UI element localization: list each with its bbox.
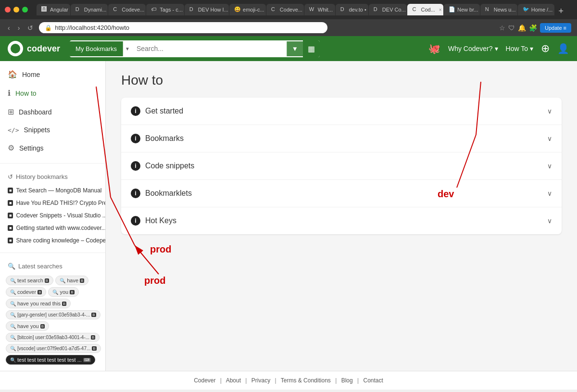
maximize-traffic-light[interactable] (22, 7, 28, 13)
tab-label: Codeve... (122, 7, 144, 13)
tab-label: Codeve... (280, 7, 302, 13)
sidebar-item-label: How to (15, 89, 37, 97)
dropdown-arrow-icon[interactable]: ▼ (123, 46, 132, 51)
accordion-header-hot-keys[interactable]: i Hot Keys ∨ (121, 207, 562, 234)
shield-icon[interactable]: 🛡 (508, 24, 515, 32)
footer-link-privacy[interactable]: Privacy (251, 377, 270, 384)
dashboard-icon: ⊞ (8, 107, 14, 116)
tab-label: Angular (50, 7, 68, 13)
bookmark-icon[interactable]: ☆ (499, 24, 505, 32)
browser-tab[interactable]: C Codeve... (108, 4, 146, 15)
browser-tab[interactable]: D Dynami... (71, 4, 108, 15)
tab-favicon: C (271, 6, 278, 13)
accordion-header-bookmarklets[interactable]: i Bookmarklets ∨ (121, 180, 562, 207)
how-to-chevron: ▾ (530, 45, 533, 52)
browser-tab[interactable]: 📄 New br... (444, 4, 480, 15)
latest-tag[interactable]: 🔍 have B (55, 276, 88, 285)
history-item[interactable]: ■ Have You READ THIS!? Crypto Predi... (0, 197, 105, 209)
footer-link-contact[interactable]: Contact (363, 377, 383, 384)
sidebar-divider (0, 163, 105, 164)
bookmark-tag-icon: ■ (8, 238, 13, 243)
tag-bold-icon: B (38, 290, 42, 294)
latest-tag[interactable]: 🔍 have you B (6, 321, 49, 331)
latest-tag[interactable]: 🔍 have you read this B (6, 299, 71, 308)
sidebar-item-settings[interactable]: ⚙ Settings (0, 139, 105, 157)
browser-tab[interactable]: N News u... (480, 4, 517, 15)
latest-title-text: Latest searches (18, 263, 63, 270)
browser-tab[interactable]: D DEV Co... (369, 4, 407, 15)
browser-tab[interactable]: D dev.to • (336, 4, 368, 15)
prod-label: prod (150, 244, 171, 254)
latest-tag[interactable]: 🔍 codever B (6, 287, 46, 297)
accordion-header-get-started[interactable]: i Get started ∨ (121, 98, 562, 125)
footer-separator: | (245, 377, 247, 384)
user-menu-button[interactable]: 👤 (557, 43, 569, 54)
accordion-header-bookmarks[interactable]: i Bookmarks ∨ (121, 125, 562, 152)
accordion-header-code-snippets[interactable]: i Code snippets ∨ (121, 152, 562, 179)
tab-close-button[interactable]: × (439, 7, 442, 13)
github-icon[interactable]: 🐙 (428, 43, 440, 54)
latest-searches-title: 🔍 Latest searches (0, 259, 105, 274)
info-icon: ℹ (8, 89, 11, 98)
tag-search-icon: 🔍 (10, 346, 16, 351)
tag-search-icon: 🔍 (10, 335, 16, 340)
latest-tag[interactable]: 🔍 text search B (6, 276, 53, 285)
latest-tag[interactable]: 🔍 [gary-gensler] user:03e59ab3-4-... B (6, 310, 100, 319)
accordion-item-bookmarklets: i Bookmarklets ∨ (121, 180, 562, 207)
extension-icon[interactable]: 🧩 (529, 24, 537, 32)
history-item[interactable]: ■ Share coding knowledge – Codepedi... (0, 234, 105, 247)
browser-tab[interactable]: 🐦 Home /... (518, 4, 554, 15)
browser-tab[interactable]: C Codeve... (266, 4, 304, 15)
page-title: How to (121, 73, 562, 88)
accordion-label: Bookmarks (145, 134, 184, 143)
sidebar-item-howto[interactable]: ℹ How to (0, 84, 105, 102)
how-to-link[interactable]: How To ▾ (506, 45, 533, 52)
latest-tag[interactable]: 🔍 you B (48, 287, 78, 297)
sidebar-nav: 🏠 Home ℹ How to ⊞ Dashboard </> Snippets… (0, 61, 105, 161)
tag-text: [vscode] user:07f9ed01-a7d5-47... (17, 346, 90, 351)
close-traffic-light[interactable] (5, 7, 11, 13)
latest-tag[interactable]: 🔍 [bitcoin] user:03e59ab3-4001-4-... B (6, 333, 100, 342)
footer-link-terms[interactable]: Terms & Conditions (281, 377, 331, 384)
browser-tab[interactable]: D DEV How I... (185, 4, 229, 15)
back-button[interactable]: ‹ (6, 23, 12, 33)
bell-icon[interactable]: 🔔 (518, 24, 526, 32)
minimize-traffic-light[interactable] (13, 7, 19, 13)
history-item[interactable]: ■ Getting started with www.codever.... (0, 222, 105, 234)
tab-label: emoji-c... (243, 7, 264, 13)
search-filter-button[interactable]: ▦ (303, 40, 320, 57)
latest-tags-container: 🔍 text search B 🔍 have B 🔍 codever B (0, 274, 105, 367)
logo-text[interactable]: codever (27, 44, 60, 54)
accordion-title: i Bookmarklets (131, 189, 192, 198)
footer-link-blog[interactable]: Blog (341, 377, 353, 384)
browser-tab[interactable]: 🏷 Tags - c... (146, 4, 184, 15)
tab-favicon: 🅰 (41, 6, 48, 13)
new-tab-button[interactable]: + (555, 7, 568, 15)
search-area: My Bookmarks ▼ ▼ ▦ (70, 40, 320, 57)
latest-tag[interactable]: 🔍 test test test test test test ... ⌨ (6, 355, 95, 365)
my-bookmarks-button[interactable]: My Bookmarks (70, 41, 123, 56)
why-codever-link[interactable]: Why Codever? ▾ (448, 45, 498, 52)
accordion-item-hot-keys: i Hot Keys ∨ (121, 207, 562, 234)
address-bar[interactable]: 🔒 http://localhost:4200/howto (39, 22, 327, 33)
latest-tag[interactable]: 🔍 [vscode] user:07f9ed01-a7d5-47... B (6, 344, 101, 353)
top-nav: codever My Bookmarks ▼ ▼ ▦ 🐙 Why Codever… (0, 36, 577, 61)
sidebar-item-snippets[interactable]: </> Snippets (0, 121, 105, 139)
search-input[interactable] (132, 41, 287, 56)
reload-button[interactable]: ↺ (25, 23, 35, 33)
search-dropdown-button[interactable]: ▼ (287, 41, 303, 56)
add-button[interactable]: ⊕ (541, 42, 550, 55)
sidebar-item-home[interactable]: 🏠 Home (0, 65, 105, 84)
update-button[interactable]: Update ≡ (540, 23, 571, 33)
footer-link-codever[interactable]: Codever (194, 377, 215, 384)
history-item[interactable]: ■ Text Search — MongoDB Manual (0, 184, 105, 197)
search-history-icon: 🔍 (8, 263, 15, 270)
history-item[interactable]: ■ Codever Snippets - Visual Studio ... (0, 209, 105, 222)
browser-tab[interactable]: W Whit... (304, 4, 335, 15)
active-browser-tab[interactable]: C Cod... × (407, 4, 443, 15)
browser-tab[interactable]: 🅰 Angular (37, 4, 70, 15)
browser-tab[interactable]: 😀 emoji-c... (229, 4, 266, 15)
footer-link-about[interactable]: About (226, 377, 241, 384)
forward-button[interactable]: › (16, 23, 22, 33)
sidebar-item-dashboard[interactable]: ⊞ Dashboard (0, 102, 105, 121)
